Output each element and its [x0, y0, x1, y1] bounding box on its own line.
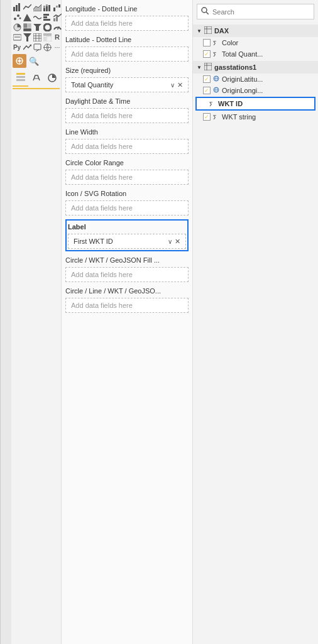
treemap-icon[interactable]	[23, 23, 31, 31]
stacked-bar-icon[interactable]	[43, 3, 52, 11]
tree-item-originlongi[interactable]: OriginLongi...	[193, 85, 318, 96]
data-tree: ▼ DAX ∑Color∑Total Quant... ▼ gasstation…	[193, 22, 318, 644]
globe-icon-originlongi	[213, 87, 219, 94]
r-visual-icon[interactable]: R	[53, 33, 62, 41]
checkbox-color[interactable]	[203, 39, 211, 46]
svg-rect-15	[43, 14, 49, 16]
search-input[interactable]	[212, 8, 310, 16]
custom-visual-icon[interactable]	[13, 54, 26, 68]
svg-text:∑: ∑	[213, 52, 217, 57]
field-label-latitude-dotted: Latitude - Dotted Line	[65, 35, 189, 45]
chevron-down-icon[interactable]: ∨	[170, 82, 175, 89]
checkbox-total-quant[interactable]	[203, 50, 211, 58]
svg-rect-4	[43, 6, 45, 8]
filter-icon[interactable]	[23, 33, 31, 41]
tree-group-header-dax[interactable]: ▼ DAX	[193, 25, 318, 37]
tree-item-text-originlatitu: OriginLatitu...	[222, 75, 263, 83]
svg-marker-24	[33, 24, 41, 31]
matrix-icon[interactable]	[43, 33, 52, 41]
combo-icon[interactable]	[53, 13, 62, 21]
field-label-daylight-datetime: Daylight Date & Time	[65, 96, 189, 106]
svg-rect-7	[48, 5, 50, 11]
svg-rect-51	[16, 79, 25, 81]
tree-group-gasstations1: ▼ gasstations1 OriginLatitu...OriginLong…	[193, 61, 318, 123]
field-section-latitude-dotted: Latitude - Dotted LineAdd data fields he…	[65, 35, 189, 62]
field-label-circle-line-wkt-geojso: Circle / Line / WKT / GeoJSO...	[65, 286, 189, 296]
tree-item-originlatitu[interactable]: OriginLatitu...	[193, 74, 318, 85]
donut-icon[interactable]	[43, 23, 52, 31]
pie-chart-icon[interactable]	[13, 23, 21, 31]
format-tab-icon[interactable]	[28, 69, 44, 87]
fields-tab-icon[interactable]	[13, 69, 28, 87]
field-drop-label[interactable]: First WKT ID∨✕	[68, 234, 186, 249]
ellipsis-icon[interactable]: ···	[53, 43, 62, 52]
svg-rect-18	[53, 18, 55, 21]
tree-item-color[interactable]: ∑Color	[193, 37, 318, 48]
area-chart-icon[interactable]	[33, 3, 41, 11]
field-drop-circle-color-range[interactable]: Add data fields here	[65, 170, 189, 185]
field-drop-circle-wkt-geojson-fill[interactable]: Add data fields here	[65, 267, 189, 282]
chevron-down-icon[interactable]: ∨	[168, 238, 172, 245]
field-drop-daylight-datetime[interactable]: Add data fields here	[65, 108, 189, 123]
gauge-icon[interactable]	[53, 23, 62, 31]
search-bar	[197, 4, 314, 19]
field-drop-size-required[interactable]: Total Quantity∨✕	[65, 77, 189, 92]
card-icon[interactable]	[13, 33, 21, 41]
filters-tab[interactable]	[0, 0, 11, 644]
remove-icon[interactable]: ✕	[177, 81, 183, 89]
custom-vis-row: 🔍	[13, 54, 60, 68]
field-section-icon-svg-rotation: Icon / SVG RotationAdd data fields here	[65, 188, 189, 216]
checkbox-originlatitu[interactable]	[203, 75, 211, 83]
field-section-circle-wkt-geojson-fill: Circle / WKT / GeoJSON Fill ...Add data …	[65, 255, 189, 282]
field-label-longitude-dotted: Longitude - Dotted Line	[65, 4, 189, 14]
field-drop-text-label: First WKT ID	[74, 237, 168, 245]
tree-item-total-quant[interactable]: ∑Total Quant...	[193, 48, 318, 60]
svg-rect-10	[58, 4, 60, 8]
bar-chart-icon[interactable]	[13, 3, 21, 11]
field-drop-text-icon-svg-rotation: Add data fields here	[71, 204, 183, 212]
group-label-dax: DAX	[214, 27, 229, 35]
search-icon[interactable]: 🔍	[28, 55, 40, 67]
table-icon	[204, 63, 212, 72]
svg-rect-30	[33, 33, 41, 41]
field-drop-icon-svg-rotation[interactable]: Add data fields here	[65, 200, 189, 216]
wave-icon[interactable]	[33, 13, 41, 21]
qna-icon[interactable]	[33, 43, 41, 52]
field-section-longitude-dotted: Longitude - Dotted LineAdd data fields h…	[65, 4, 189, 31]
fields-panel: Longitude - Dotted LineAdd data fields h…	[62, 0, 192, 644]
map-icon[interactable]	[43, 43, 52, 52]
svg-rect-1	[16, 5, 18, 11]
tree-group-header-gasstations1[interactable]: ▼ gasstations1	[193, 61, 318, 74]
tree-item-wkt-id[interactable]: ∑WKT ID	[195, 97, 315, 111]
table-grid-icon[interactable]	[33, 33, 41, 41]
field-drop-latitude-dotted[interactable]: Add data fields here	[65, 46, 189, 62]
hbar-icon[interactable]	[43, 13, 52, 21]
funnel-icon[interactable]	[33, 23, 41, 31]
analytics-tab-icon[interactable]	[44, 69, 60, 87]
svg-marker-29	[23, 33, 31, 41]
field-section-line-width: Line WidthAdd data fields here	[65, 127, 189, 154]
field-section-daylight-datetime: Daylight Date & TimeAdd data fields here	[65, 96, 189, 123]
remove-icon[interactable]: ✕	[175, 237, 180, 246]
svg-rect-22	[28, 23, 31, 28]
svg-rect-6	[46, 4, 48, 6]
field-drop-text-circle-line-wkt-geojso: Add data fields here	[71, 302, 183, 309]
field-drop-circle-line-wkt-geojso[interactable]: Add data fields here	[65, 298, 189, 313]
line-chart-icon[interactable]	[23, 3, 31, 11]
checkbox-wkt-string[interactable]	[203, 113, 211, 121]
field-icons-label: ∨✕	[168, 237, 180, 246]
mountain-icon[interactable]	[23, 13, 31, 21]
svg-point-11	[14, 18, 16, 20]
tree-item-wkt-string[interactable]: ∑WKT string	[193, 111, 318, 123]
field-drop-line-width[interactable]: Add data fields here	[65, 139, 189, 154]
kpi-icon[interactable]	[23, 43, 31, 52]
scatter-icon[interactable]	[13, 13, 21, 21]
field-drop-longitude-dotted[interactable]: Add data fields here	[65, 16, 189, 31]
field-label-line-width: Line Width	[65, 127, 189, 137]
checkbox-originlongi[interactable]	[203, 87, 211, 94]
py-icon[interactable]: Py	[13, 43, 21, 52]
field-drop-text-daylight-datetime: Add data fields here	[71, 112, 183, 119]
svg-rect-39	[34, 44, 41, 50]
svg-text:∑: ∑	[213, 40, 217, 45]
waterfall-icon[interactable]	[53, 3, 62, 11]
